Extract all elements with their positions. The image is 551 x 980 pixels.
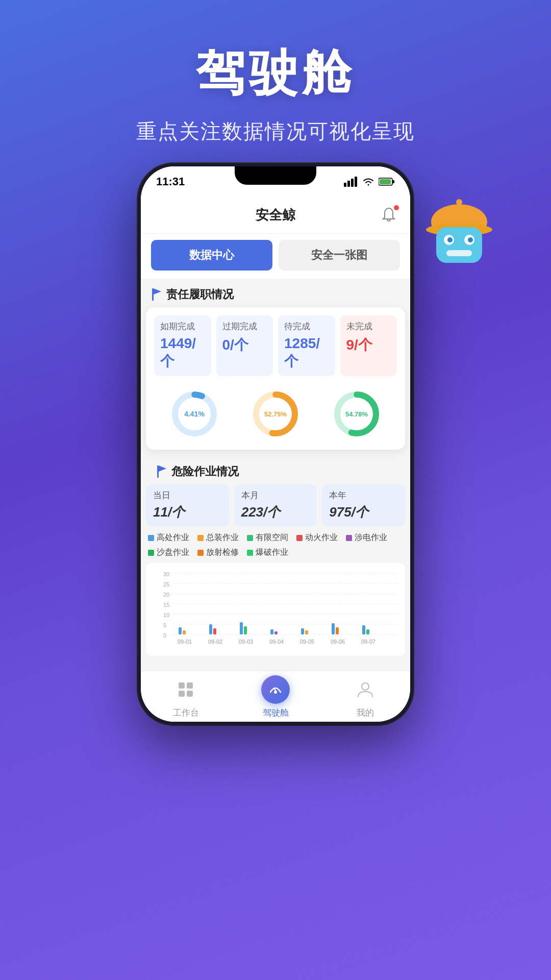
svg-text:52.75%: 52.75%: [264, 410, 287, 418]
svg-rect-36: [209, 624, 212, 634]
legend-label-3: 有限空间: [256, 532, 288, 543]
donut-svg-1: 4.41%: [169, 388, 220, 439]
flag-icon: [151, 288, 161, 301]
danger-section: 危险作业情况 当日 11/个 本月 223/个 本年 9: [141, 456, 410, 656]
legend-label-6: 沙盘作业: [157, 547, 189, 558]
app-header: 安全鲸: [141, 197, 410, 234]
svg-point-67: [447, 237, 453, 242]
stat-pending: 待完成 1285/个: [278, 315, 335, 376]
stat-incomplete-label: 未完成: [346, 321, 391, 332]
legend-label-1: 高处作业: [157, 532, 189, 543]
stat-on-time: 如期完成 1449/个: [154, 315, 211, 376]
svg-rect-0: [344, 183, 346, 187]
svg-rect-55: [179, 682, 185, 689]
svg-text:25: 25: [163, 581, 169, 587]
tab-switcher: 数据中心 安全一张图: [141, 234, 410, 279]
donut-chart-1: 4.41%: [169, 388, 220, 439]
bar-chart-svg: 30 25 20 15 10 5 0: [150, 568, 401, 650]
legend-item-1: 高处作业: [148, 532, 189, 543]
phone-notch: [235, 166, 316, 185]
responsibility-header: 责任履职情况: [141, 279, 410, 307]
legend-item-6: 沙盘作业: [148, 547, 189, 558]
legend-dot-5: [346, 535, 352, 541]
svg-rect-46: [362, 625, 365, 634]
svg-rect-5: [392, 180, 394, 183]
svg-rect-58: [187, 691, 193, 697]
svg-rect-35: [183, 630, 186, 634]
svg-rect-39: [244, 626, 247, 634]
svg-rect-3: [355, 177, 357, 187]
svg-rect-2: [351, 179, 354, 187]
app-title: 安全鲸: [256, 206, 295, 224]
nav-workbench-label: 工作台: [173, 707, 199, 719]
danger-day-label: 当日: [153, 489, 222, 501]
stat-late-label: 过期完成: [222, 321, 267, 332]
responsibility-title: 责任履职情况: [166, 287, 234, 302]
svg-rect-42: [301, 628, 304, 634]
nav-profile-icon-wrap: [350, 674, 381, 705]
stat-on-time-label: 如期完成: [160, 321, 205, 332]
nav-profile[interactable]: 我的: [350, 674, 381, 719]
legend-dot-2: [197, 535, 204, 541]
legend-dot-4: [296, 535, 303, 541]
legend-area: 高处作业 总装作业 有限空间 动火作业: [146, 532, 405, 563]
notification-dot: [394, 205, 399, 210]
nav-cockpit-icon-wrap: [260, 674, 291, 705]
tab-safety-map[interactable]: 安全一张图: [279, 240, 400, 271]
svg-text:09-04: 09-04: [269, 639, 284, 645]
legend-label-5: 涉电作业: [355, 532, 387, 543]
danger-stat-year: 本年 975/个: [322, 484, 405, 526]
wifi-icon: [362, 177, 374, 187]
status-bar: 11:31: [141, 166, 410, 197]
svg-rect-69: [446, 250, 472, 256]
nav-cockpit[interactable]: 驾驶舱: [260, 674, 291, 719]
battery-icon: [379, 177, 395, 186]
svg-text:09-02: 09-02: [208, 639, 222, 645]
donut-chart-3: 54.78%: [331, 388, 382, 439]
cockpit-icon: [268, 682, 283, 697]
svg-rect-34: [179, 627, 182, 634]
svg-rect-18: [157, 465, 159, 478]
svg-text:0: 0: [163, 632, 166, 639]
stat-late-value: 0/个: [222, 335, 267, 355]
legend-label-7: 放射检修: [206, 547, 239, 558]
svg-text:15: 15: [163, 602, 169, 608]
bell-button[interactable]: [380, 206, 398, 225]
grid-icon: [177, 680, 195, 699]
profile-icon: [356, 680, 374, 699]
svg-text:09-06: 09-06: [331, 639, 345, 645]
svg-text:09-05: 09-05: [300, 639, 314, 645]
legend-item-4: 动火作业: [296, 532, 338, 543]
stat-on-time-value: 1449/个: [160, 335, 205, 371]
legend-dot-7: [197, 550, 204, 556]
svg-rect-6: [380, 179, 391, 184]
svg-rect-40: [270, 629, 273, 634]
legend-item-8: 爆破作业: [247, 547, 288, 558]
svg-point-68: [468, 237, 473, 242]
nav-workbench[interactable]: 工作台: [170, 674, 201, 719]
svg-text:10: 10: [163, 612, 169, 618]
danger-year-value: 975/个: [329, 503, 398, 521]
tab-data-center[interactable]: 数据中心: [151, 240, 272, 271]
danger-stat-day: 当日 11/个: [146, 484, 229, 526]
legend-dot-1: [148, 535, 154, 541]
bar-chart-area: 30 25 20 15 10 5 0: [146, 563, 405, 656]
donut-svg-3: 54.78%: [331, 388, 382, 439]
donut-chart-2: 52.75%: [250, 388, 301, 439]
svg-text:54.78%: 54.78%: [345, 410, 368, 418]
mascot: [418, 194, 500, 276]
legend-dot-6: [148, 550, 154, 556]
svg-rect-56: [187, 682, 193, 689]
svg-text:09-01: 09-01: [178, 639, 192, 645]
flag-icon-2: [156, 465, 166, 478]
legend-dot-8: [247, 550, 253, 556]
svg-rect-43: [305, 630, 308, 634]
svg-text:20: 20: [163, 592, 169, 598]
danger-day-value: 11/个: [153, 503, 222, 521]
danger-header: 危险作业情况: [146, 456, 405, 484]
charts-row: 4.41% 52.75%: [154, 384, 397, 439]
svg-text:4.41%: 4.41%: [184, 410, 205, 418]
phone-inner: 11:31: [141, 166, 410, 722]
status-icons: [344, 177, 395, 187]
svg-text:5: 5: [163, 622, 166, 628]
